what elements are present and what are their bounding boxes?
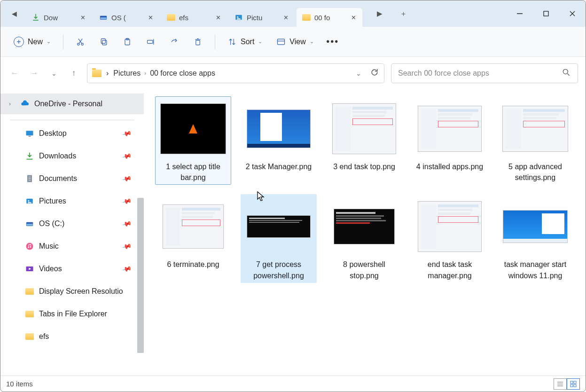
cut-button[interactable] (70, 32, 91, 51)
paste-button[interactable] (117, 32, 138, 51)
copy-button[interactable] (94, 32, 114, 51)
svg-rect-16 (148, 40, 153, 43)
address-dropdown[interactable]: ⌄ (356, 70, 361, 77)
view-button[interactable]: View ⌄ (271, 32, 319, 51)
tab-label: efs (179, 14, 209, 22)
folder-icon (25, 332, 34, 341)
chevron-right-icon: › (106, 69, 109, 78)
nav-recent-button[interactable]: ⌄ (47, 67, 61, 80)
svg-rect-26 (29, 136, 31, 137)
sidebar-item-label: Documents (39, 174, 77, 183)
sidebar-item[interactable]: Downloads 📌 (0, 145, 144, 167)
breadcrumb-segment[interactable]: Pictures (113, 69, 141, 78)
tab-strip: Dow ✕ OS ( ✕ efs ✕ Pictu ✕ 00 fo ✕ (26, 0, 362, 27)
tab-close-button[interactable]: ✕ (348, 12, 359, 23)
sidebar-item[interactable]: efs (0, 325, 144, 348)
file-item[interactable]: 3 end task top.png (326, 96, 402, 185)
tab-scroll-right[interactable]: ▶ (372, 6, 388, 22)
new-tab-button[interactable]: ＋ (395, 6, 411, 22)
svg-point-3 (237, 16, 238, 18)
tab[interactable]: Dow ✕ (26, 8, 92, 27)
address-bar[interactable]: › Pictures › 00 force close apps ⌄ (87, 63, 384, 83)
file-item[interactable]: 2 task Manager.png (241, 96, 317, 185)
view-toggle (554, 378, 580, 390)
download-icon (31, 13, 40, 22)
chevron-down-icon: ⌄ (47, 39, 51, 45)
close-window-button[interactable] (559, 2, 586, 25)
tab-close-button[interactable]: ✕ (213, 12, 223, 23)
sort-button[interactable]: Sort ⌄ (222, 32, 268, 51)
nav-forward-button[interactable]: → (28, 67, 41, 80)
sidebar-item-label: efs (39, 332, 49, 341)
file-thumbnail (158, 98, 228, 159)
separator (63, 34, 63, 49)
sort-icon (227, 37, 237, 47)
onedrive-icon (20, 99, 30, 109)
sidebar-item[interactable]: Pictures 📌 (0, 190, 144, 212)
pin-icon: 📌 (121, 128, 132, 139)
tab-history-back[interactable]: ◀ (4, 4, 24, 23)
file-item[interactable]: 1 select app title bar.png (155, 96, 231, 185)
ellipsis-icon: ••• (326, 36, 339, 47)
sidebar-item[interactable]: Documents 📌 (0, 167, 144, 190)
sidebar-item[interactable]: Desktop 📌 (0, 122, 144, 145)
details-view-button[interactable] (554, 378, 567, 390)
pictures-icon (25, 196, 34, 206)
file-item[interactable]: task manager start windows 11.png (497, 194, 573, 282)
file-item[interactable]: 7 get process powershell.png (241, 194, 317, 282)
file-label: 4 installed apps.png (416, 161, 483, 172)
share-icon (170, 37, 179, 47)
file-thumbnail (500, 98, 570, 159)
search-box[interactable]: Search 00 force close apps (391, 63, 578, 83)
sidebar-item[interactable]: Videos 📌 (0, 258, 144, 280)
new-button[interactable]: + New ⌄ (8, 32, 56, 51)
file-thumbnail (414, 196, 485, 257)
tab[interactable]: efs ✕ (161, 8, 227, 27)
sidebar-item-label: Desktop (39, 129, 67, 138)
rename-icon (146, 37, 156, 47)
file-label: 2 task Manager.png (246, 161, 312, 172)
rename-button[interactable] (141, 32, 161, 51)
sidebar-item[interactable]: Music 📌 (0, 235, 144, 258)
delete-button[interactable] (188, 32, 208, 51)
tab[interactable]: 00 fo ✕ (297, 8, 362, 27)
file-item[interactable]: 8 powershell stop.png (326, 194, 402, 282)
sidebar-item-label: OS (C:) (39, 220, 64, 228)
svg-rect-12 (102, 40, 107, 45)
svg-line-10 (79, 39, 82, 43)
more-button[interactable]: ••• (322, 32, 343, 51)
svg-point-9 (81, 43, 83, 45)
minimize-button[interactable] (507, 2, 533, 25)
tab[interactable]: Pictu ✕ (229, 8, 295, 27)
nav-up-button[interactable]: ↑ (67, 67, 80, 80)
sidebar-item-onedrive[interactable]: › OneDrive - Personal (0, 94, 144, 114)
tab-close-button[interactable]: ✕ (145, 12, 156, 23)
thumbnails-view-button[interactable] (567, 378, 580, 390)
breadcrumb-segment[interactable]: 00 force close apps (150, 69, 215, 78)
tab-close-button[interactable]: ✕ (281, 12, 291, 23)
svg-rect-44 (574, 381, 576, 384)
plus-circle-icon: + (14, 37, 24, 47)
file-item[interactable]: 5 app advanced settings.png (497, 96, 573, 185)
file-item[interactable]: end task task manager.png (412, 194, 488, 282)
refresh-button[interactable] (370, 68, 379, 79)
nav-back-button[interactable]: ← (8, 67, 21, 80)
status-bar: 10 items (0, 376, 586, 392)
view-label: View (289, 38, 305, 46)
file-item[interactable]: 4 installed apps.png (412, 96, 488, 185)
file-thumbnail (414, 98, 485, 159)
sidebar-item[interactable]: OS (C:) 📌 (0, 212, 144, 235)
pin-icon: 📌 (121, 173, 132, 184)
folder-icon (25, 287, 34, 296)
sidebar-item[interactable]: Display Screen Resolutio (0, 280, 144, 303)
tab[interactable]: OS ( ✕ (94, 8, 159, 27)
sidebar-scrollbar[interactable] (137, 90, 144, 353)
tab-close-button[interactable]: ✕ (78, 12, 88, 23)
file-item[interactable]: 6 terminate.png (155, 194, 231, 282)
drive-icon (99, 13, 108, 22)
share-button[interactable] (164, 32, 185, 51)
svg-point-23 (563, 69, 568, 74)
maximize-button[interactable] (533, 2, 559, 25)
sidebar-item-label: Music (39, 242, 59, 251)
sidebar-item[interactable]: Tabs in File Explorer (0, 303, 144, 325)
